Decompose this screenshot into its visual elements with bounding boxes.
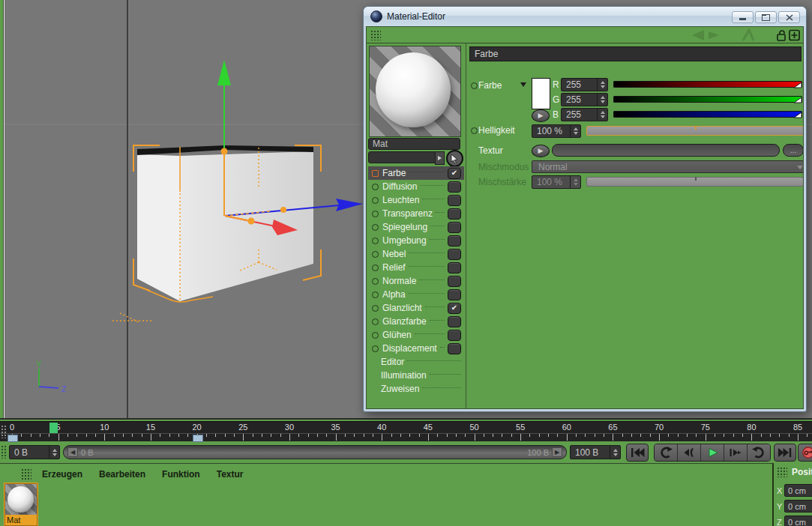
materials-shelf[interactable]: Mat <box>0 483 772 526</box>
channel-item-spiegelung[interactable]: Spiegelung <box>368 220 464 234</box>
slider-handle-icon[interactable] <box>794 78 802 91</box>
channel-checkbox[interactable] <box>448 330 461 341</box>
menu-item-funktion[interactable]: Funktion <box>162 469 200 480</box>
pick-shader-button[interactable] <box>446 150 463 167</box>
lock-icon[interactable] <box>776 29 787 41</box>
rgb-spinner-r[interactable]: 255 <box>561 78 608 91</box>
spinner-arrows-icon[interactable] <box>610 446 620 459</box>
channel-item-glanzlicht[interactable]: Glanzlicht✔ <box>368 301 464 315</box>
channel-checkbox[interactable] <box>448 195 461 206</box>
rgb-spinner-b[interactable]: 255 <box>561 108 608 121</box>
close-button[interactable] <box>778 11 800 23</box>
texture-browse-button[interactable]: ... <box>783 144 804 157</box>
channel-checkbox[interactable]: ✔ <box>448 303 461 314</box>
menu-item-erzeugen[interactable]: Erzeugen <box>42 469 82 480</box>
color-swatch[interactable] <box>532 78 550 109</box>
texture-field[interactable] <box>552 144 780 157</box>
page-item-zuweisen[interactable]: Zuweisen <box>368 382 464 396</box>
mix-strength-slider[interactable] <box>586 177 804 187</box>
timeline-playhead[interactable] <box>49 423 58 433</box>
channel-checkbox[interactable] <box>448 208 461 220</box>
rgb-spinner-g[interactable]: 255 <box>561 93 608 106</box>
spinner-arrows-icon[interactable] <box>597 79 607 91</box>
previous-key-button[interactable] <box>655 444 677 461</box>
brightness-slider[interactable] <box>586 126 804 136</box>
material-name-field[interactable]: Mat <box>368 138 460 150</box>
channel-item-nebel[interactable]: Nebel <box>368 247 464 261</box>
channel-item-leuchten[interactable]: Leuchten <box>368 193 464 207</box>
slider-handle-icon[interactable] <box>794 108 802 121</box>
menu-item-bearbeiten[interactable]: Bearbeiten <box>99 469 145 480</box>
minimize-button[interactable] <box>732 11 754 23</box>
channel-checkbox[interactable] <box>448 235 461 247</box>
next-frame-button[interactable] <box>724 444 747 461</box>
range-left-arrow-icon[interactable]: ◀ <box>67 447 78 457</box>
channel-checkbox[interactable] <box>448 343 461 354</box>
menubar-grip[interactable] <box>21 468 31 480</box>
ruler-grip[interactable] <box>1 425 7 438</box>
axis-y-handle[interactable] <box>217 60 231 150</box>
rgb-gradient-slider-g[interactable] <box>613 96 802 103</box>
channel-checkbox[interactable] <box>448 181 461 193</box>
mix-strength-spinner[interactable]: 100 % <box>532 175 581 189</box>
cube-left-face[interactable] <box>137 154 180 301</box>
rgb-gradient-slider-b[interactable] <box>613 111 802 118</box>
channel-item-relief[interactable]: Relief <box>368 261 464 274</box>
search-expand-button[interactable] <box>435 151 445 165</box>
coordinate-field-z[interactable]: 0 cm <box>784 516 812 526</box>
spinner-arrows-icon[interactable] <box>49 446 59 459</box>
texture-expand-button[interactable]: ▶ <box>532 145 550 157</box>
coordinate-field-x[interactable]: 0 cm <box>784 484 812 497</box>
channel-item-farbe[interactable]: Farbe✔ <box>368 166 464 180</box>
record-keyframes-button[interactable] <box>798 444 812 462</box>
channel-checkbox[interactable] <box>448 262 461 273</box>
toolbar-grip[interactable] <box>370 30 381 40</box>
shader-search-field[interactable] <box>368 151 442 163</box>
add-icon[interactable] <box>789 29 800 41</box>
controls-grip[interactable] <box>1 445 7 459</box>
coordinates-grip[interactable] <box>777 467 787 477</box>
spinner-arrows-icon[interactable] <box>570 125 580 137</box>
menu-item-textur[interactable]: Textur <box>217 469 244 480</box>
channel-item-displacement[interactable]: Displacement <box>368 342 464 355</box>
rgb-gradient-slider-r[interactable] <box>613 81 802 88</box>
channel-item-umgebung[interactable]: Umgebung <box>368 234 464 247</box>
window-titlebar[interactable]: Material-Editor <box>364 7 806 26</box>
channel-checkbox[interactable] <box>448 222 461 233</box>
channel-item-alpha[interactable]: Alpha <box>368 288 464 301</box>
channel-checkbox[interactable]: ✔ <box>448 168 461 179</box>
cube-front-face[interactable] <box>180 151 313 301</box>
channel-item-glühen[interactable]: Glühen <box>368 328 464 342</box>
channel-checkbox[interactable] <box>448 249 461 260</box>
channel-item-diffusion[interactable]: Diffusion <box>368 180 464 193</box>
keyframe-marker[interactable] <box>7 435 18 442</box>
previous-frame-button[interactable] <box>677 444 700 461</box>
channel-checkbox[interactable] <box>448 276 461 287</box>
maximize-button[interactable] <box>755 11 777 23</box>
spinner-arrows-icon[interactable] <box>597 94 607 106</box>
rgb-expand-button[interactable]: ▶ <box>532 109 550 122</box>
page-item-illumination[interactable]: Illumination <box>368 369 464 382</box>
current-frame-spinner[interactable]: 0 B <box>9 445 60 459</box>
brightness-anim-dot[interactable] <box>471 127 478 134</box>
material-thumbnail[interactable]: Mat <box>4 483 37 526</box>
timeline-ruler[interactable]: 0510152025303540455055606570758085 <box>0 421 812 441</box>
spinner-arrows-icon[interactable] <box>597 109 607 121</box>
channel-item-transparenz[interactable]: Transparenz <box>368 207 464 220</box>
play-forward-button[interactable] <box>700 444 724 461</box>
color-anim-dot[interactable] <box>471 82 478 89</box>
page-item-editor[interactable]: Editor <box>368 355 464 369</box>
channel-checkbox[interactable] <box>448 316 461 327</box>
end-frame-spinner[interactable]: 100 B <box>570 445 621 459</box>
next-key-button[interactable] <box>747 444 770 461</box>
channel-checkbox[interactable] <box>448 289 461 300</box>
range-right-arrow-icon[interactable]: ▶ <box>552 447 562 457</box>
material-preview[interactable] <box>369 46 461 137</box>
material-editor-window[interactable]: Material-Editor <box>363 6 807 412</box>
go-to-start-button[interactable] <box>626 444 649 462</box>
brightness-spinner[interactable]: 100 % <box>532 124 581 138</box>
keyframe-marker[interactable] <box>193 435 203 442</box>
channel-item-normale[interactable]: Normale <box>368 274 464 288</box>
channel-item-glanzfarbe[interactable]: Glanzfarbe <box>368 315 464 328</box>
mix-mode-dropdown[interactable]: Normal <box>532 160 804 173</box>
